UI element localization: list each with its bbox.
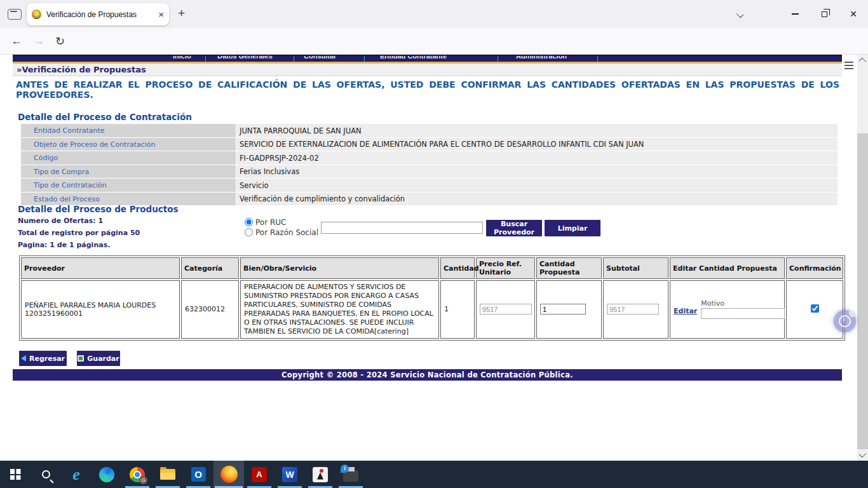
taskbar: e G O A W i 1 26°C Nublado ESP 8:4423/10… (0, 461, 868, 488)
browser-tab[interactable]: Verificación de Propuestas × (27, 3, 169, 25)
internet-explorer-icon: e (72, 466, 80, 483)
taskbar-outlook[interactable]: O (183, 461, 214, 488)
radio-por-razon-social[interactable]: Por Razón Social (245, 228, 318, 237)
acrobat-icon: A (252, 467, 267, 482)
new-tab-button[interactable]: + (178, 6, 185, 20)
site-footer: Copyright © 2008 - 2024 Servicio Naciona… (13, 369, 842, 381)
nav-item-administracion[interactable]: Administración (516, 55, 567, 60)
scroll-down-icon[interactable] (859, 451, 866, 458)
col-subtotal: Subtotal (603, 257, 668, 279)
word-icon: W (282, 467, 297, 482)
screen-recorder-overlay-icon[interactable] (834, 310, 856, 332)
col-cantidad: Cantidad (440, 257, 475, 279)
search-type-radios: Por RUC Por Razón Social (245, 218, 318, 238)
col-categoria: Categoría (181, 257, 239, 279)
reload-button[interactable]: ↻ (55, 34, 65, 48)
detail-row: Objeto de Proceso de ContrataciónSERVICI… (21, 138, 837, 151)
forward-button[interactable]: → (33, 34, 44, 48)
list-all-tabs-icon[interactable] (736, 11, 743, 18)
taskbar-edge[interactable] (92, 461, 122, 488)
cell-confirmacion (786, 280, 843, 339)
window-close-button[interactable]: × (839, 0, 868, 28)
cell-editar: Editar Motivo (670, 280, 785, 339)
search-icon (42, 470, 50, 478)
detail-row: Tipo de CompraFerias Inclusivas (21, 165, 837, 179)
limpiar-button[interactable]: Limpiar (545, 220, 600, 236)
taskbar-word[interactable]: W (275, 461, 305, 488)
chrome-profile-badge: G (139, 476, 147, 484)
info-bubble-icon: i (341, 464, 349, 473)
back-arrow-icon (21, 355, 26, 362)
screen: Verificación de Propuestas × + × ← → ↻ h… (0, 0, 868, 488)
tab-title: Verificación de Propuestas (46, 10, 154, 19)
window-minimize-button[interactable] (780, 0, 810, 28)
taskbar-ie[interactable]: e (61, 461, 92, 488)
detail-row: CódigoFI-GADPRSJP-2024-02 (21, 151, 837, 165)
taskbar-print-tool[interactable]: i (336, 461, 366, 488)
buscar-proveedor-button[interactable]: Buscar Proveedor (486, 220, 542, 236)
col-bien-obra-servicio: Bien/Obra/Servicio (240, 257, 439, 279)
firefox-view-icon[interactable] (8, 9, 22, 20)
taskbar-chrome[interactable]: G (122, 461, 153, 488)
nav-item-consultar[interactable]: Consultar (304, 55, 336, 60)
vertical-scrollbar[interactable] (857, 55, 868, 461)
regresar-button[interactable]: Regresar (19, 351, 67, 366)
cell-cantidad-propuesta (536, 280, 602, 339)
cell-proveedor: PEÑAFIEL PARRALES MARIA LOURDES120325196… (21, 280, 180, 339)
guardar-button[interactable]: Guardar (77, 351, 120, 366)
taskbar-java-app[interactable] (305, 461, 336, 488)
scrollbar-thumb[interactable] (857, 133, 868, 449)
taskbar-file-explorer[interactable] (153, 461, 183, 488)
products-table: Proveedor Categoría Bien/Obra/Servicio C… (19, 255, 845, 341)
tab-close-icon[interactable]: × (158, 9, 164, 20)
col-confirmacion: Confirmación (786, 257, 843, 279)
site-nav-bar: Inicio Datos Generales Consultar Entidad… (13, 55, 842, 62)
col-editar-cantidad: Editar Cantidad Propuesta (670, 257, 785, 279)
start-button[interactable] (0, 461, 31, 488)
nav-item-inicio[interactable]: Inicio (173, 55, 191, 60)
warning-message: ANTES DE REALIZAR EL PROCESO DE CALIFICA… (16, 79, 839, 100)
java-app-icon (313, 467, 328, 482)
cell-precio-ref (476, 280, 535, 339)
pagina-info: Pagina: 1 de 1 páginas. (18, 241, 110, 249)
back-button[interactable]: ← (11, 34, 22, 48)
cell-descripcion: PREPARACION DE ALIMENTOS Y SERVICIOS DE … (240, 280, 439, 339)
radio-por-ruc[interactable]: Por RUC (245, 218, 318, 227)
folder-icon (160, 469, 175, 480)
editar-link[interactable]: Editar (674, 307, 697, 315)
firefox-icon (220, 466, 238, 483)
motivo-input[interactable] (701, 308, 785, 319)
cantidad-propuesta-input[interactable] (540, 304, 586, 315)
detail-row: Estado del ProcesoVerificación de cumpli… (21, 193, 837, 206)
provider-search-input[interactable] (321, 222, 483, 234)
window-restore-button[interactable] (810, 0, 839, 28)
browser-toolbar: ← → ↻ https://www.compraspublicas.gob.ec… (0, 28, 868, 55)
precio-ref-input (480, 304, 532, 315)
scroll-up-icon[interactable] (859, 58, 866, 65)
taskbar-acrobat[interactable]: A (244, 461, 275, 488)
cell-subtotal (603, 280, 668, 339)
browser-tab-strip: Verificación de Propuestas × + × (0, 0, 868, 28)
confirmacion-checkbox[interactable] (811, 304, 819, 313)
cell-categoria: 632300012 (181, 280, 239, 339)
radio-por-razon-input[interactable] (245, 228, 253, 236)
breadcrumb: »Verificación de Propuestas (13, 64, 842, 74)
web-page: Inicio Datos Generales Consultar Entidad… (13, 55, 842, 461)
outlook-icon: O (191, 467, 206, 482)
subtotal-input (607, 304, 659, 315)
radio-por-ruc-input[interactable] (245, 218, 253, 226)
edge-icon (99, 467, 114, 482)
motivo-label: Motivo (701, 299, 785, 308)
windows-logo-icon (10, 469, 21, 480)
total-registro: Total de registro por página 50 (18, 229, 140, 237)
taskbar-firefox[interactable] (214, 461, 244, 488)
col-proveedor: Proveedor (21, 257, 180, 279)
taskbar-search-button[interactable] (31, 461, 61, 488)
nav-item-datos-generales[interactable]: Datos Generales (217, 55, 273, 60)
detail-row: Entidad ContratanteJUNTA PARROQUIAL DE S… (21, 124, 837, 137)
num-ofertas: Numero de Ofertas: 1 (18, 217, 103, 225)
breadcrumb-bar: »Verificación de Propuestas (13, 64, 842, 76)
nav-item-entidad-contratante[interactable]: Entidad Contratante (380, 55, 447, 60)
menu-hamburger-icon[interactable] (844, 62, 853, 69)
section-title-contratacion: Detalle del Proceso de Contratación (18, 112, 192, 122)
